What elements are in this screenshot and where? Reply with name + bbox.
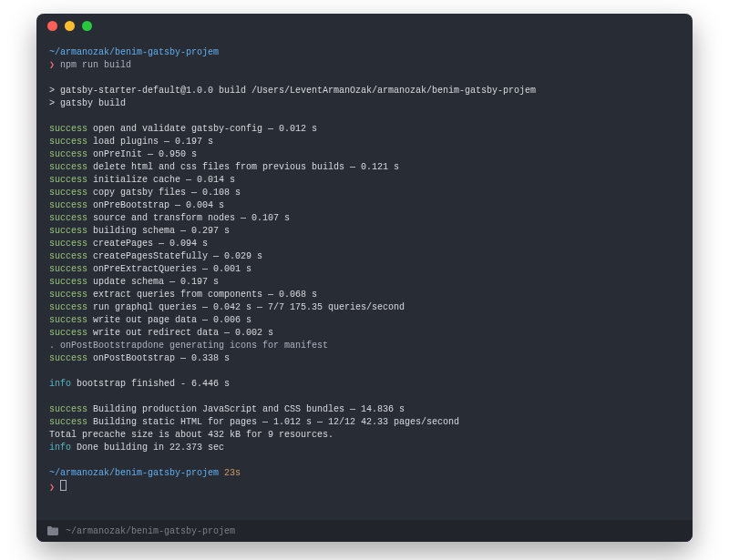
close-icon[interactable]: [47, 21, 57, 31]
info-text: bootstrap finished - 6.446 s: [77, 379, 230, 389]
maximize-icon[interactable]: [82, 21, 92, 31]
command-text: npm run build: [60, 60, 131, 70]
success-label: success: [49, 404, 87, 414]
step-text: run graphql queries — 0.042 s — 7/7 175.…: [93, 302, 405, 312]
step-text: write out redirect data — 0.002 s: [93, 328, 273, 338]
terminal-output[interactable]: ~/armanozak/benim-gatsby-projem ❯ npm ru…: [36, 37, 693, 520]
success-label: success: [49, 137, 87, 147]
step-text: createPagesStatefully — 0.029 s: [93, 251, 262, 261]
step-text: onPreInit — 0.950 s: [93, 149, 197, 159]
step-text: update schema — 0.197 s: [93, 277, 219, 287]
success-label: success: [49, 213, 87, 223]
step-text: Building static HTML for pages — 1.012 s…: [93, 417, 459, 427]
prompt-char: ❯: [49, 60, 55, 70]
precache-text: Total precache size is about 432 kB for …: [49, 430, 334, 440]
step-text: onPreBootstrap — 0.004 s: [93, 200, 224, 210]
success-label: success: [49, 251, 87, 261]
info-label: info: [49, 443, 71, 453]
banner-line: > gatsby build: [49, 98, 126, 108]
step-text: write out page data — 0.006 s: [93, 315, 252, 325]
step-text: load plugins — 0.197 s: [93, 137, 213, 147]
step-text: initialize cache — 0.014 s: [93, 175, 235, 185]
step-text: delete html and css files from previous …: [93, 162, 399, 172]
prompt-char: ❯: [49, 483, 55, 493]
info-label: info: [49, 379, 71, 389]
statusbar: ~/armanozak/benim-gatsby-projem: [36, 520, 693, 542]
success-label: success: [49, 353, 87, 363]
info-text: Done building in 22.373 sec: [77, 443, 224, 453]
titlebar[interactable]: [36, 14, 693, 37]
terminal-window: ~/armanozak/benim-gatsby-projem ❯ npm ru…: [36, 14, 693, 542]
success-label: success: [49, 175, 87, 185]
success-label: success: [49, 277, 87, 287]
statusbar-path: ~/armanozak/benim-gatsby-projem: [66, 526, 235, 536]
success-label: success: [49, 264, 87, 274]
step-text: copy gatsby files — 0.108 s: [93, 188, 241, 198]
success-label: success: [49, 239, 87, 249]
step-text: extract queries from components — 0.068 …: [93, 290, 317, 300]
success-label: success: [49, 315, 87, 325]
success-label: success: [49, 290, 87, 300]
banner-line: > gatsby-starter-default@1.0.0 build /Us…: [49, 86, 536, 96]
success-label: success: [49, 188, 87, 198]
step-text: Building production JavaScript and CSS b…: [93, 404, 405, 414]
step-text: createPages — 0.094 s: [93, 239, 208, 249]
cwd-path: ~/armanozak/benim-gatsby-projem: [49, 468, 219, 478]
cwd-path: ~/armanozak/benim-gatsby-projem: [49, 47, 219, 57]
step-text: open and validate gatsby-config — 0.012 …: [93, 124, 317, 134]
folder-icon: [47, 526, 58, 535]
success-label: success: [49, 417, 87, 427]
success-label: success: [49, 124, 87, 134]
minimize-icon[interactable]: [65, 21, 75, 31]
step-text: onPreExtractQueries — 0.001 s: [93, 264, 252, 274]
step-text: building schema — 0.297 s: [93, 226, 230, 236]
success-label: success: [49, 162, 87, 172]
step-text: onPostBootstrap — 0.338 s: [93, 353, 230, 363]
success-label: success: [49, 302, 87, 312]
dot-line: . onPostBootstrapdone generating icons f…: [49, 341, 328, 351]
cursor-icon: [60, 480, 67, 491]
success-label: success: [49, 328, 87, 338]
success-label: success: [49, 200, 87, 210]
success-label: success: [49, 226, 87, 236]
success-label: success: [49, 149, 87, 159]
elapsed-text: 23s: [224, 468, 241, 478]
step-text: source and transform nodes — 0.107 s: [93, 213, 290, 223]
